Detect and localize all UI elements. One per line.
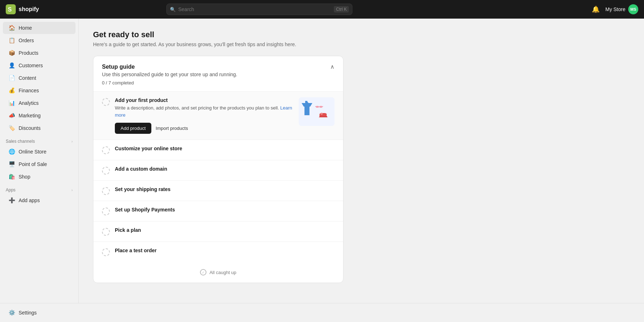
sidebar-item-settings[interactable]: ⚙️ Settings xyxy=(3,307,79,319)
finances-icon: 💰 xyxy=(9,87,15,94)
main-content: Get ready to sell Here's a guide to get … xyxy=(79,19,644,322)
sidebar-label-home: Home xyxy=(19,25,32,31)
svg-rect-3 xyxy=(316,106,319,108)
page-subtitle: Here's a guide to get started. As your b… xyxy=(93,42,630,47)
setup-item-customize-store[interactable]: Customize your online store xyxy=(93,140,343,160)
collapse-button[interactable]: ∧ xyxy=(330,63,335,70)
progress-count: 0 / 7 completed xyxy=(102,80,134,86)
apps-section: Apps › xyxy=(0,183,78,194)
svg-point-8 xyxy=(321,113,323,115)
products-icon: 📦 xyxy=(9,50,15,56)
sales-channels-arrow[interactable]: › xyxy=(72,140,73,143)
all-caught-up: ✓ All caught up xyxy=(93,262,343,283)
sidebar-item-shop[interactable]: 🛍️Shop xyxy=(3,171,75,183)
setup-card-header: Setup guide ∧ xyxy=(93,56,343,70)
custom-domain-title: Add a custom domain xyxy=(115,166,335,172)
setup-item-shopify-payments[interactable]: Set up Shopify Payments xyxy=(93,201,343,221)
sidebar-label-products: Products xyxy=(19,50,38,56)
add-product-desc: Write a description, add photos, and set… xyxy=(115,104,294,118)
search-shortcut: Ctrl K xyxy=(334,6,349,13)
notifications-button[interactable]: 🔔 xyxy=(590,4,601,15)
analytics-icon: 📊 xyxy=(9,100,15,106)
marketing-icon: 📣 xyxy=(9,112,15,119)
sidebar-label-orders: Orders xyxy=(19,38,34,43)
sidebar-item-customers[interactable]: 👤Customers xyxy=(3,59,75,72)
setup-item-custom-domain[interactable]: Add a custom domain xyxy=(93,160,343,180)
setup-item-test-order[interactable]: Place a test order xyxy=(93,241,343,262)
sidebar-label-analytics: Analytics xyxy=(19,100,39,106)
online-store-icon: 🌐 xyxy=(9,148,15,155)
sidebar-item-online-store[interactable]: 🌐Online Store xyxy=(3,146,75,158)
setup-item-shipping-rates[interactable]: Set your shipping rates xyxy=(93,180,343,201)
pick-plan-content: Pick a plan xyxy=(115,227,335,234)
custom-domain-content: Add a custom domain xyxy=(115,166,335,173)
item-circle-add-product xyxy=(102,98,110,106)
sales-channels-section: Sales channels › xyxy=(0,135,78,145)
progress-row: 0 / 7 completed xyxy=(93,77,343,91)
shipping-rates-content: Set your shipping rates xyxy=(115,186,335,194)
sidebar-item-point-of-sale[interactable]: 🖥️Point of Sale xyxy=(3,158,75,170)
item-circle-shipping-rates xyxy=(102,187,110,195)
svg-text:S: S xyxy=(8,6,12,13)
add-product-actions: Add product Import products xyxy=(115,123,294,134)
sidebar-item-products[interactable]: 📦Products xyxy=(3,47,75,59)
sidebar-item-discounts[interactable]: 🏷️Discounts xyxy=(3,122,75,134)
sidebar-label-content: Content xyxy=(19,75,36,81)
sidebar-label-point-of-sale: Point of Sale xyxy=(19,161,47,167)
store-name: My Store xyxy=(605,6,625,12)
sidebar-item-add-apps[interactable]: ➕Add apps xyxy=(3,194,75,206)
setup-item-add-product[interactable]: Add your first product Write a descripti… xyxy=(93,91,343,140)
logo[interactable]: S shopify xyxy=(6,4,39,14)
sidebar-label-marketing: Marketing xyxy=(19,113,40,118)
avatar: MS xyxy=(628,4,638,14)
shopify-payments-content: Set up Shopify Payments xyxy=(115,207,335,214)
orders-icon: 📋 xyxy=(9,37,15,44)
apps-arrow[interactable]: › xyxy=(72,188,73,192)
sidebar-item-finances[interactable]: 💰Finances xyxy=(3,84,75,97)
setup-guide-title: Setup guide xyxy=(102,64,135,70)
item-circle-test-order xyxy=(102,248,110,256)
caught-up-icon: ✓ xyxy=(200,269,206,275)
item-circle-shopify-payments xyxy=(102,208,110,215)
sidebar-label-add-apps: Add apps xyxy=(19,197,40,203)
sidebar-item-analytics[interactable]: 📊Analytics xyxy=(3,97,75,109)
setup-item-pick-plan[interactable]: Pick a plan xyxy=(93,221,343,241)
sidebar-item-marketing[interactable]: 📣Marketing xyxy=(3,109,75,122)
sidebar-item-home[interactable]: 🏠Home xyxy=(3,22,75,34)
add-product-title: Add your first product xyxy=(115,97,294,103)
customize-store-title: Customize your online store xyxy=(115,146,335,151)
item-circle-pick-plan xyxy=(102,228,110,236)
sidebar-label-finances: Finances xyxy=(19,88,39,93)
sidebar-item-content[interactable]: 📄Content xyxy=(3,72,75,84)
test-order-title: Place a test order xyxy=(115,248,335,253)
test-order-content: Place a test order xyxy=(115,248,335,255)
sidebar: 🏠Home📋Orders📦Products👤Customers📄Content💰… xyxy=(0,19,79,322)
sidebar-label-shop: Shop xyxy=(19,174,30,180)
settings-icon: ⚙️ xyxy=(9,309,15,316)
product-thumbnail xyxy=(299,97,335,126)
add-apps-icon: ➕ xyxy=(9,197,15,204)
search-bar: 🔍 Ctrl K xyxy=(166,4,352,15)
customize-store-content: Customize your online store xyxy=(115,146,335,153)
setup-guide-description: Use this personalized guide to get your … xyxy=(93,70,343,77)
content-icon: 📄 xyxy=(9,75,15,81)
svg-rect-2 xyxy=(299,97,335,126)
sidebar-item-orders[interactable]: 📋Orders xyxy=(3,34,75,47)
shipping-rates-title: Set your shipping rates xyxy=(115,186,335,192)
item-circle-customize-store xyxy=(102,146,110,154)
item-circle-custom-domain xyxy=(102,167,110,175)
add-product-button[interactable]: Add product xyxy=(115,123,151,134)
point-of-sale-icon: 🖥️ xyxy=(9,161,15,167)
svg-rect-4 xyxy=(319,106,322,108)
shopify-payments-title: Set up Shopify Payments xyxy=(115,207,335,213)
add-product-content: Add your first product Write a descripti… xyxy=(115,97,294,134)
store-menu-button[interactable]: My Store MS xyxy=(605,4,638,14)
import-products-button[interactable]: Import products xyxy=(156,123,188,134)
search-icon: 🔍 xyxy=(170,7,176,12)
topnav-right: 🔔 My Store MS xyxy=(590,4,638,15)
sidebar-label-online-store: Online Store xyxy=(19,149,47,155)
discounts-icon: 🏷️ xyxy=(9,125,15,131)
search-input[interactable] xyxy=(166,4,352,15)
shop-icon: 🛍️ xyxy=(9,174,15,180)
sidebar-label-customers: Customers xyxy=(19,63,43,68)
